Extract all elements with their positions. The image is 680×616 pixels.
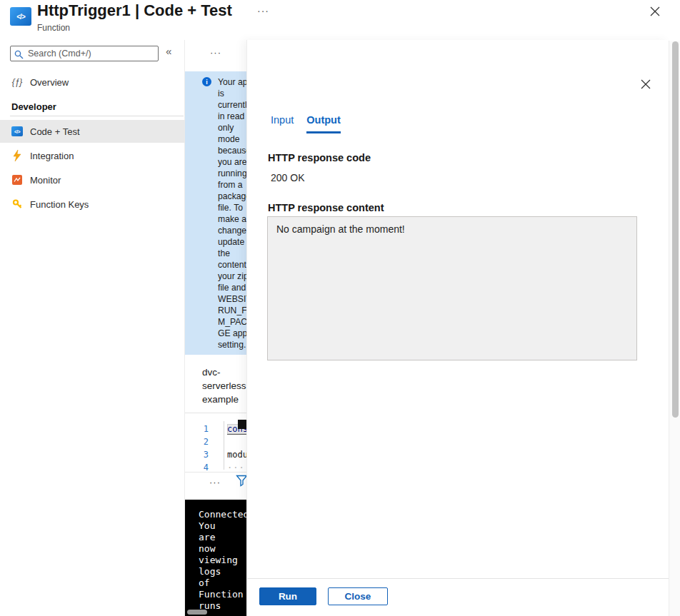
panel-tabs: Input Output (271, 114, 354, 133)
monitor-icon (11, 174, 23, 186)
lightning-icon (11, 150, 23, 161)
response-content-box[interactable]: No campaign at the moment! (267, 216, 637, 360)
collapse-sidebar-button[interactable]: « (166, 45, 171, 57)
sidebar-item-monitor[interactable]: Monitor (0, 168, 185, 191)
key-icon (11, 198, 23, 210)
line-number: 3 (185, 448, 209, 461)
sidebar: « {ƒ} Overview Developer </> Code + Test… (0, 40, 185, 616)
sidebar-item-label: Function Keys (30, 199, 89, 210)
footer-divider (247, 578, 669, 579)
sidebar-item-label: Code + Test (30, 126, 80, 137)
response-code-value: 200 OK (271, 172, 304, 183)
response-code-label: HTTP response code (268, 152, 371, 163)
info-icon: i (202, 77, 211, 86)
blade-close-icon[interactable] (649, 5, 661, 18)
close-button[interactable]: Close (328, 587, 388, 605)
panel-close-icon[interactable] (640, 79, 651, 90)
search-icon (14, 49, 24, 62)
line-number: 1 (185, 423, 209, 435)
editor-marker (238, 420, 246, 429)
title-more-icon[interactable]: ··· (257, 5, 269, 16)
sidebar-item-label: Monitor (30, 175, 61, 186)
sidebar-item-function-keys[interactable]: Function Keys (0, 193, 185, 216)
indent-guide (224, 421, 224, 470)
sidebar-item-label: Integration (30, 151, 74, 161)
function-blade: </> HttpTrigger1 | Code + Test ··· Funct… (0, 0, 680, 616)
overview-icon: {ƒ} (11, 76, 23, 88)
line-number: 4 (185, 461, 209, 471)
group-divider (10, 116, 184, 116)
test-panel: Input Output HTTP response code 200 OK H… (246, 40, 669, 616)
app-name-label: dvc-serverlessexample (202, 365, 246, 406)
run-button[interactable]: Run (259, 587, 316, 605)
page-scrollbar-thumb[interactable] (672, 41, 679, 418)
sidebar-item-overview[interactable]: {ƒ} Overview (0, 71, 185, 93)
response-content-label: HTTP response content (268, 202, 384, 213)
console-horizontal-scrollbar[interactable] (187, 610, 207, 615)
sidebar-group-label: Developer (11, 101, 56, 112)
tab-output[interactable]: Output (306, 114, 341, 133)
editor-more-icon[interactable]: ··· (210, 47, 221, 58)
page-scrollbar-track[interactable] (669, 41, 680, 616)
logs-more-icon[interactable]: ··· (209, 477, 221, 488)
page-title: HttpTrigger1 | Code + Test (37, 1, 232, 20)
search-input[interactable] (28, 46, 156, 61)
code-test-icon: </> (11, 126, 23, 137)
tab-input[interactable]: Input (271, 114, 294, 133)
page-subtitle: Function (37, 23, 70, 33)
code-text: ··· (227, 463, 245, 471)
search-box (10, 46, 159, 61)
function-code-icon: </> (10, 7, 31, 26)
sidebar-item-label: Overview (30, 77, 69, 88)
sidebar-item-integration[interactable]: Integration (0, 144, 185, 167)
sidebar-item-code-test[interactable]: </> Code + Test (0, 120, 185, 143)
line-number: 2 (185, 435, 209, 448)
